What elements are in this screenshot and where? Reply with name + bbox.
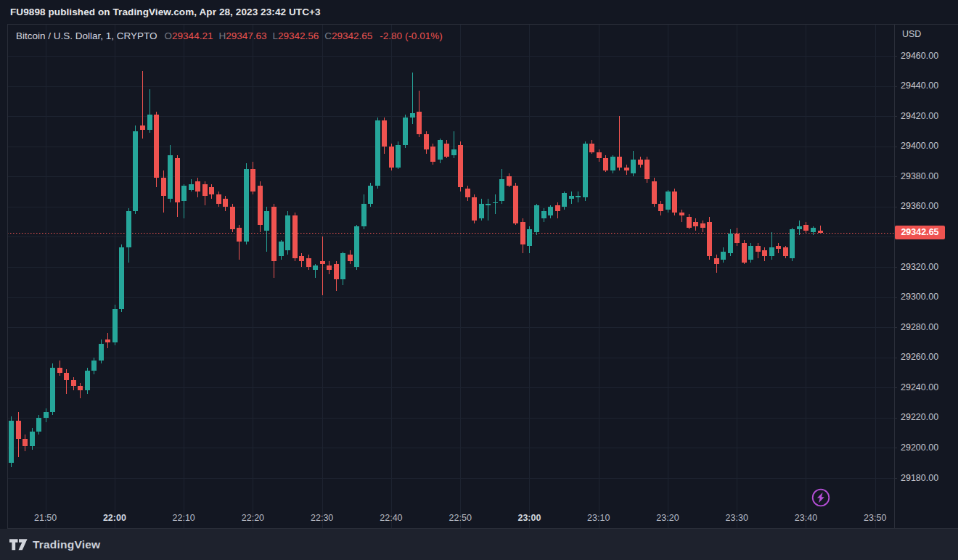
- candle-22:23: [271, 204, 277, 278]
- ohlc-high: H29347.63: [218, 30, 266, 41]
- candle-22:43: [410, 73, 415, 124]
- time-axis-label: 23:40: [795, 512, 817, 524]
- candle-23:42: [818, 226, 823, 234]
- candle-22:37: [368, 183, 373, 207]
- candle-22:42: [403, 115, 408, 148]
- candle-22:59: [520, 218, 525, 253]
- candle-22:05: [147, 89, 152, 133]
- last-price-badge: 29342.65: [895, 226, 945, 239]
- candle-21:54: [71, 377, 76, 391]
- chart-legend[interactable]: Bitcoin / U.S. Dollar, 1, CRYPTO O29344.…: [16, 30, 443, 41]
- candle-21:58: [99, 339, 104, 363]
- candle-23:22: [679, 210, 684, 222]
- candle-22:33: [340, 252, 345, 285]
- candle-22:19: [244, 163, 249, 244]
- candle-23:20: [666, 190, 671, 213]
- candle-21:52: [57, 361, 62, 376]
- candle-23:32: [748, 243, 753, 263]
- candle-22:00: [112, 305, 118, 345]
- candle-22:02: [126, 208, 131, 263]
- time-axis-label: 21:50: [34, 512, 57, 524]
- candle-23:34: [762, 247, 767, 261]
- tradingview-published-chart: FU9898 published on TradingView.com, Apr…: [0, 0, 958, 560]
- candle-22:06: [154, 112, 159, 187]
- grid: [7, 24, 897, 528]
- candle-23:08: [583, 141, 588, 200]
- candle-22:52: [472, 194, 477, 223]
- candle-22:22: [264, 207, 269, 252]
- candle-22:49: [451, 131, 457, 158]
- candle-22:25: [285, 211, 290, 255]
- price-axis-label: 29320.00: [901, 262, 938, 273]
- time-axis-label: 22:50: [449, 512, 472, 524]
- symbol-title[interactable]: Bitcoin / U.S. Dollar, 1, CRYPTO: [16, 30, 157, 41]
- candle-21:55: [78, 383, 83, 398]
- time-axis-label: 22:30: [311, 512, 333, 524]
- candle-21:59: [105, 333, 110, 348]
- candle-23:40: [803, 222, 808, 234]
- price-axis[interactable]: 29460.0029440.0029420.0029400.0029380.00…: [894, 24, 958, 528]
- candle-22:41: [396, 141, 401, 168]
- price-axis-label: 29200.00: [901, 442, 938, 453]
- candle-21:53: [64, 369, 69, 393]
- candle-23:06: [569, 192, 574, 204]
- time-axis-label: 22:20: [242, 512, 264, 524]
- price-axis-label: 29260.00: [901, 352, 938, 363]
- candle-22:55: [493, 194, 498, 214]
- candle-22:03: [133, 125, 138, 215]
- time-axis-label: 22:00: [103, 512, 126, 524]
- candle-22:48: [444, 140, 449, 158]
- candle-23:14: [624, 165, 629, 176]
- candle-22:54: [486, 199, 491, 220]
- time-axis[interactable]: 21:5022:0022:1022:2022:3022:4022:5023:00…: [0, 510, 894, 528]
- candle-22:09: [175, 155, 180, 217]
- time-axis-label: 22:10: [173, 512, 195, 524]
- tradingview-logo[interactable]: TradingView: [9, 538, 100, 551]
- candle-22:10: [181, 184, 187, 219]
- candle-23:17: [644, 157, 650, 182]
- candle-22:20: [250, 162, 255, 195]
- candle-22:53: [479, 199, 484, 220]
- candle-23:07: [576, 192, 581, 202]
- candle-22:39: [382, 118, 387, 154]
- price-axis-label: 29460.00: [901, 51, 938, 62]
- candle-22:45: [424, 131, 429, 154]
- time-axis-label: 22:40: [380, 512, 402, 524]
- candle-22:28: [306, 255, 311, 270]
- candle-23:21: [672, 189, 677, 215]
- tradingview-logo-icon: [9, 539, 28, 551]
- candle-22:46: [430, 144, 435, 165]
- candle-23:36: [776, 243, 781, 254]
- candle-22:34: [348, 250, 353, 264]
- ohlc-low: L29342.56: [272, 30, 319, 41]
- candle-21:47: [22, 435, 28, 451]
- candle-23:18: [652, 178, 657, 206]
- candle-23:27: [714, 255, 719, 273]
- candle-23:31: [742, 240, 747, 264]
- candle-23:01: [534, 204, 539, 236]
- candle-23:02: [541, 208, 546, 222]
- candle-23:37: [783, 246, 788, 258]
- candle-23:26: [707, 217, 712, 259]
- candle-22:56: [499, 169, 504, 204]
- candle-22:14: [209, 184, 214, 199]
- candle-23:03: [548, 205, 553, 219]
- lightning-icon[interactable]: [810, 487, 832, 508]
- candle-22:24: [279, 240, 284, 260]
- candlestick-chart[interactable]: [0, 0, 958, 560]
- candle-22:35: [354, 225, 359, 270]
- candle-23:13: [617, 116, 622, 170]
- candle-22:18: [237, 225, 242, 260]
- candle-22:50: [458, 141, 463, 192]
- candle-21:50: [44, 408, 49, 422]
- candle-23:29: [728, 229, 733, 256]
- candle-23:19: [658, 201, 663, 216]
- candle-23:11: [603, 155, 608, 172]
- candle-22:17: [230, 204, 235, 232]
- candle-21:51: [50, 363, 55, 415]
- price-axis-label: 29240.00: [901, 382, 938, 393]
- ohlc-open: O29344.21: [165, 30, 213, 41]
- candle-21:48: [30, 428, 35, 449]
- ohlc-close: C29342.65: [324, 30, 372, 41]
- tradingview-logo-text: TradingView: [33, 538, 100, 551]
